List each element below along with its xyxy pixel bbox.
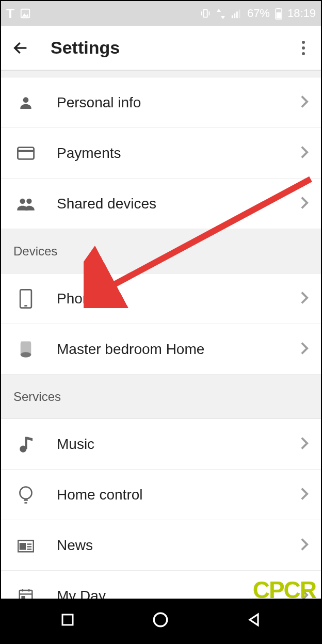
status-right: 67% 18:19 (200, 7, 316, 20)
svg-marker-46 (250, 614, 258, 625)
bulb-icon (13, 486, 38, 504)
svg-point-15 (302, 41, 305, 44)
settings-list: Personal infoPaymentsShared devicesDevic… (1, 77, 321, 621)
row-label: Personal info (57, 94, 300, 111)
svg-rect-9 (236, 11, 238, 18)
svg-marker-1 (22, 13, 28, 17)
svg-point-22 (26, 198, 31, 203)
svg-rect-19 (18, 147, 34, 159)
row-payments[interactable]: Payments (1, 128, 321, 179)
home-dev-icon (13, 340, 38, 359)
battery-icon (275, 7, 282, 20)
section-header: Devices (1, 229, 321, 273)
phone-icon (13, 289, 38, 309)
row-label: Master bedroom Home (57, 341, 300, 358)
svg-rect-7 (232, 15, 233, 18)
svg-point-25 (21, 352, 31, 357)
svg-marker-5 (217, 9, 221, 12)
page-title: Settings (51, 38, 291, 58)
overflow-menu-button[interactable] (291, 36, 316, 60)
row-label: Payments (57, 145, 300, 162)
watermark-main: CPCR (242, 579, 316, 601)
row-label: News (57, 537, 300, 554)
status-left: T (6, 6, 31, 22)
nav-bar (1, 599, 321, 643)
row-phone[interactable]: Phone (1, 273, 321, 324)
vibrate-icon (200, 8, 211, 19)
svg-point-45 (154, 613, 167, 626)
group-icon (13, 197, 38, 211)
app-bar: Settings (1, 26, 321, 70)
nav-home-button[interactable] (152, 611, 169, 631)
back-arrow-icon (12, 39, 29, 57)
svg-point-21 (20, 198, 25, 203)
chevron-right-icon (300, 95, 309, 110)
svg-rect-44 (62, 615, 73, 625)
person-icon (13, 94, 38, 111)
svg-rect-8 (234, 13, 235, 18)
chevron-right-icon (300, 291, 309, 307)
row-home-control[interactable]: Home control (1, 470, 321, 520)
clock-text: 18:19 (287, 7, 316, 20)
svg-rect-2 (203, 10, 207, 18)
chevron-right-icon (300, 342, 309, 357)
back-button[interactable] (6, 34, 35, 62)
top-divider (1, 70, 321, 77)
battery-text: 67% (247, 7, 270, 20)
carrier-icon: T (6, 6, 14, 22)
more-vert-icon (301, 40, 305, 56)
nav-back-button[interactable] (246, 611, 262, 630)
card-icon (13, 146, 38, 160)
row-music[interactable]: Music (1, 419, 321, 470)
svg-rect-33 (20, 543, 25, 549)
row-label: Home control (57, 487, 300, 503)
status-bar: T 67% 18:19 (1, 1, 321, 26)
svg-point-16 (302, 46, 305, 50)
row-news[interactable]: News (1, 520, 321, 571)
music-icon (13, 436, 38, 453)
chevron-right-icon (300, 196, 309, 212)
row-master-bedroom-home[interactable]: Master bedroom Home (1, 324, 321, 375)
picture-icon (20, 8, 31, 19)
row-label: Phone (57, 291, 300, 307)
chevron-right-icon (300, 487, 309, 503)
row-shared-devices[interactable]: Shared devices (1, 179, 321, 229)
news-icon (13, 538, 38, 553)
row-label: Music (57, 436, 300, 453)
svg-point-18 (23, 97, 29, 103)
row-label: Shared devices (57, 196, 300, 212)
nav-recent-button[interactable] (60, 612, 75, 630)
chevron-right-icon (300, 146, 309, 161)
section-header: Services (1, 375, 321, 419)
svg-marker-6 (221, 16, 225, 19)
signal-icon (231, 8, 242, 19)
data-icon (216, 8, 226, 19)
row-personal-info[interactable]: Personal info (1, 77, 321, 128)
chevron-right-icon (300, 437, 309, 452)
svg-rect-10 (238, 10, 240, 18)
svg-rect-12 (277, 8, 280, 9)
svg-rect-27 (25, 437, 27, 449)
svg-point-17 (302, 52, 305, 55)
svg-point-28 (20, 487, 31, 498)
svg-rect-13 (276, 12, 281, 19)
chevron-right-icon (300, 538, 309, 553)
